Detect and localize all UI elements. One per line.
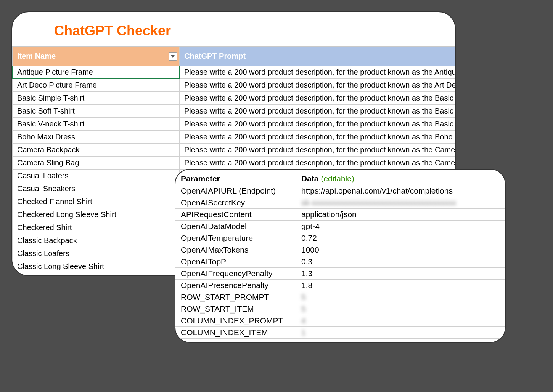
param-row: ROW_START_PROMPT5 [175,291,505,303]
table-row[interactable]: Antique Picture FramePlease write a 200 … [13,66,455,79]
cell-prompt[interactable]: Please write a 200 word product descript… [180,144,455,157]
param-name: COLUMN_INDEX_ITEM [175,327,297,339]
param-value[interactable]: 0.72 [297,232,505,244]
param-name: OpenAIDataModel [175,221,297,232]
cell-item-name[interactable]: Camera Backpack [13,144,180,157]
param-name: OpenAITopP [175,256,297,268]
param-value[interactable]: gpt-4 [297,221,505,232]
cell-prompt[interactable]: Please write a 200 word product descript… [180,79,455,92]
cell-prompt[interactable]: Please write a 200 word product descript… [180,118,455,131]
param-value[interactable]: 1000 [297,244,505,256]
param-row: OpenAIMaxTokens1000 [175,244,505,256]
param-name: OpenAIPresencePenalty [175,280,297,291]
parameter-table: Parameter Data (editable) OpenAIAPIURL (… [175,173,505,339]
param-value[interactable]: 0.3 [297,256,505,268]
param-row: OpenAIAPIURL (Endpoint)https://api.opena… [175,185,505,197]
cell-item-name[interactable]: Classic Loafers [13,247,180,260]
param-header-data-label: Data [301,174,319,183]
param-name: OpenAIMaxTokens [175,244,297,256]
cell-item-name[interactable]: Classic Backpack [13,234,180,247]
param-header-data: Data (editable) [297,173,505,185]
param-name: ROW_START_ITEM [175,303,297,315]
cell-item-name[interactable]: Antique Picture Frame [13,66,180,79]
cell-prompt[interactable]: Please write a 200 word product descript… [180,105,455,118]
cell-item-name[interactable]: Checkered Long Sleeve Shirt [13,208,180,221]
table-row[interactable]: Camera Sling BagPlease write a 200 word … [13,157,455,170]
param-header-parameter: Parameter [175,173,297,185]
param-name: APIRequestContent [175,209,297,221]
cell-item-name[interactable]: Checkered Shirt [13,221,180,234]
param-name: ROW_START_PROMPT [175,291,297,303]
table-row[interactable]: Art Deco Picture FramePlease write a 200… [13,79,455,92]
param-row: COLUMN_INDEX_ITEM1 [175,327,505,339]
param-value[interactable]: 4 [297,315,505,327]
column-header-prompt[interactable]: ChatGPT Prompt [180,47,455,66]
param-row: COLUMN_INDEX_PROMPT4 [175,315,505,327]
cell-prompt[interactable]: Please write a 200 word product descript… [180,157,455,170]
table-row[interactable]: Boho Maxi DressPlease write a 200 word p… [13,131,455,144]
param-value[interactable]: application/json [297,209,505,221]
param-value[interactable]: 5 [297,303,505,315]
param-name: OpenAIFrequencyPenalty [175,268,297,280]
param-row: ROW_START_ITEM5 [175,303,505,315]
cell-prompt[interactable]: Please write a 200 word product descript… [180,131,455,144]
param-row: OpenAISecretKeysk-xxxxxxxxxxxxxxxxxxxxxx… [175,197,505,209]
column-header-item-label: Item Name [17,52,56,60]
param-value[interactable]: https://api.openai.com/v1/chat/completio… [297,185,505,197]
cell-prompt[interactable]: Please write a 200 word product descript… [180,66,455,79]
table-row[interactable]: Basic V-neck T-shirtPlease write a 200 w… [13,118,455,131]
cell-item-name[interactable]: Basic V-neck T-shirt [13,118,180,131]
cell-item-name[interactable]: Basic Simple T-shirt [13,92,180,105]
cell-item-name[interactable]: Camera Sling Bag [13,157,180,170]
param-name: OpenAISecretKey [175,197,297,209]
param-value[interactable]: 1 [297,327,505,339]
parameter-panel: Parameter Data (editable) OpenAIAPIURL (… [175,169,506,343]
filter-dropdown-button[interactable] [169,52,177,61]
param-row: APIRequestContentapplication/json [175,209,505,221]
param-row: OpenAITemperature0.72 [175,232,505,244]
cell-prompt[interactable]: Please write a 200 word product descript… [180,92,455,105]
page-title: ChatGPT Checker [12,12,455,46]
param-value[interactable]: 5 [297,291,505,303]
cell-item-name[interactable]: Casual Sneakers [13,182,180,195]
cell-item-name[interactable]: Casual Loafers [13,170,180,182]
cell-item-name[interactable]: Checked Flannel Shirt [13,195,180,208]
chevron-down-icon [171,55,175,58]
column-header-prompt-label: ChatGPT Prompt [184,52,246,60]
param-value[interactable]: 1.3 [297,268,505,280]
param-value[interactable]: 1.8 [297,280,505,291]
cell-item-name[interactable]: Boho Maxi Dress [13,131,180,144]
cell-item-name[interactable]: Classic Oxford Shoes [13,273,180,277]
cell-item-name[interactable]: Classic Long Sleeve Shirt [13,260,180,273]
param-name: OpenAIAPIURL (Endpoint) [175,185,297,197]
param-name: COLUMN_INDEX_PROMPT [175,315,297,327]
column-header-item[interactable]: Item Name [13,47,180,66]
cell-item-name[interactable]: Basic Soft T-shirt [13,105,180,118]
param-row: OpenAITopP0.3 [175,256,505,268]
param-name: OpenAITemperature [175,232,297,244]
param-header-editable-label: (editable) [321,174,354,183]
table-row[interactable]: Basic Simple T-shirtPlease write a 200 w… [13,92,455,105]
param-row: OpenAIDataModelgpt-4 [175,221,505,232]
param-row: OpenAIFrequencyPenalty1.3 [175,268,505,280]
param-row: OpenAIPresencePenalty1.8 [175,280,505,291]
table-row[interactable]: Camera BackpackPlease write a 200 word p… [13,144,455,157]
param-value[interactable]: sk-xxxxxxxxxxxxxxxxxxxxxxxxxxxxxxxxxxxx [297,197,505,209]
table-row[interactable]: Basic Soft T-shirtPlease write a 200 wor… [13,105,455,118]
cell-item-name[interactable]: Art Deco Picture Frame [13,79,180,92]
